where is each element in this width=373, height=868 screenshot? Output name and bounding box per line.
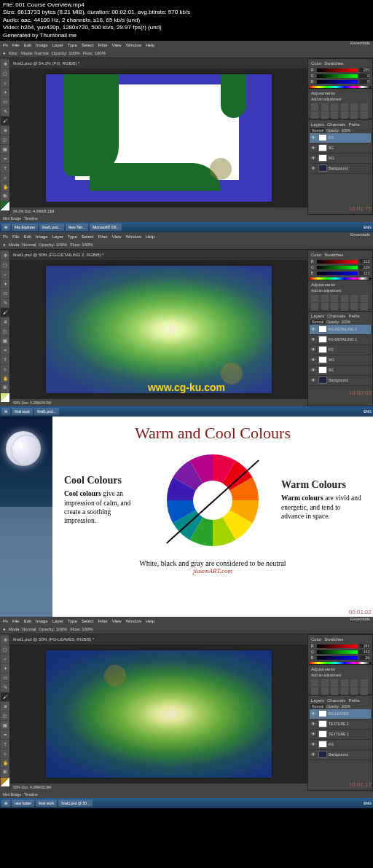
menu-window[interactable]: Window bbox=[126, 234, 141, 239]
menu-type[interactable]: Type bbox=[68, 43, 77, 47]
blend-mode-dropdown[interactable]: Normal bbox=[310, 128, 325, 133]
r-slider[interactable] bbox=[317, 260, 358, 264]
adj-icon[interactable] bbox=[331, 303, 338, 310]
menu-help[interactable]: Help bbox=[146, 619, 154, 623]
marquee-tool[interactable]: ▢ bbox=[1, 69, 9, 78]
pen-tool[interactable]: ✒ bbox=[1, 154, 9, 163]
taskbar-lang[interactable]: ENG bbox=[364, 409, 372, 414]
channels-tab[interactable]: Channels bbox=[327, 314, 345, 318]
adj-icon[interactable] bbox=[331, 295, 338, 302]
canvas-artwork[interactable] bbox=[46, 650, 272, 778]
document-tab[interactable]: final1.psd @ 54.2% (FG, RGB/8) * bbox=[10, 58, 307, 68]
wand-tool[interactable]: ✦ bbox=[1, 88, 9, 97]
visibility-icon[interactable]: 👁 bbox=[311, 368, 317, 372]
adj-icon[interactable] bbox=[350, 303, 358, 310]
paths-tab[interactable]: Paths bbox=[348, 314, 359, 318]
g-slider[interactable] bbox=[317, 74, 358, 78]
adj-hue-icon[interactable] bbox=[361, 103, 368, 111]
layer-thumb[interactable] bbox=[318, 741, 327, 748]
canvas-viewport[interactable] bbox=[10, 260, 307, 399]
hand-tool[interactable]: ✋ bbox=[1, 183, 9, 192]
gradient-tool[interactable]: ▦ bbox=[1, 145, 9, 154]
start-button[interactable]: ⊞ bbox=[1, 408, 10, 415]
pen-tool[interactable]: ✒ bbox=[1, 730, 9, 739]
adj-bw-icon[interactable] bbox=[311, 111, 318, 119]
adj-icon[interactable] bbox=[331, 687, 338, 695]
crop-tool[interactable]: ⊡ bbox=[1, 98, 9, 106]
g-slider[interactable] bbox=[317, 266, 358, 269]
visibility-icon[interactable]: 👁 bbox=[311, 166, 317, 170]
menu-image[interactable]: Image bbox=[36, 234, 48, 239]
layer-row[interactable]: 👁Background bbox=[310, 164, 371, 174]
b-value[interactable]: 0 bbox=[359, 79, 369, 84]
b-slider[interactable] bbox=[317, 80, 358, 84]
visibility-icon[interactable]: 👁 bbox=[311, 135, 317, 140]
zoom-tool[interactable]: 🔍 bbox=[1, 384, 9, 392]
menu-layer[interactable]: Layer bbox=[52, 43, 63, 47]
adj-icon[interactable] bbox=[321, 295, 329, 302]
adj-curves-icon[interactable] bbox=[331, 103, 338, 111]
brush-tool[interactable]: 🖌 bbox=[1, 308, 9, 317]
layer-thumb[interactable] bbox=[318, 165, 327, 172]
adj-poster-icon[interactable] bbox=[361, 111, 368, 119]
zoom-tool[interactable]: 🔍 bbox=[1, 768, 9, 777]
crop-tool[interactable]: ⊡ bbox=[1, 289, 9, 298]
visibility-icon[interactable]: 👁 bbox=[311, 358, 317, 362]
layer-thumb[interactable] bbox=[318, 356, 327, 363]
taskbar-item[interactable]: New Tab... bbox=[66, 224, 89, 231]
type-tool[interactable]: T bbox=[1, 355, 9, 364]
layer-thumb[interactable] bbox=[318, 366, 327, 374]
channels-tab[interactable]: Channels bbox=[327, 122, 345, 127]
menu-filter[interactable]: Filter bbox=[98, 43, 107, 47]
g-value[interactable]: 0 bbox=[359, 74, 369, 78]
menu-select[interactable]: Select bbox=[82, 234, 94, 239]
layer-row[interactable]: 👁TEXTURE 2 bbox=[310, 719, 371, 730]
adj-icon[interactable] bbox=[350, 679, 358, 687]
path-tool[interactable]: ▹ bbox=[1, 365, 9, 374]
canvas-artwork[interactable] bbox=[46, 266, 272, 393]
swatches-tab[interactable]: Swatches bbox=[324, 253, 343, 257]
adj-icon[interactable] bbox=[311, 295, 318, 302]
wand-tool[interactable]: ✦ bbox=[1, 280, 9, 288]
layer-thumb[interactable] bbox=[318, 134, 327, 141]
adj-invert-icon[interactable] bbox=[350, 111, 358, 119]
taskbar-item[interactable]: final1.psd @ 50... bbox=[58, 800, 93, 807]
adj-icon[interactable] bbox=[321, 303, 329, 310]
start-button[interactable]: ⊞ bbox=[1, 800, 10, 807]
paths-tab[interactable]: Paths bbox=[348, 698, 359, 703]
menu-select[interactable]: Select bbox=[82, 619, 94, 623]
visibility-icon[interactable]: 👁 bbox=[311, 337, 317, 342]
type-tool[interactable]: T bbox=[1, 164, 9, 173]
canvas-viewport[interactable] bbox=[10, 68, 307, 208]
taskbar-item[interactable]: final1.psd... bbox=[39, 224, 64, 231]
layer-row[interactable]: 👁FG bbox=[310, 133, 371, 143]
menu-view[interactable]: View bbox=[112, 234, 122, 239]
r-value[interactable]: 255 bbox=[359, 68, 369, 72]
b-slider[interactable] bbox=[317, 656, 358, 660]
stamp-tool[interactable]: ⊕ bbox=[1, 702, 9, 711]
layer-row[interactable]: 👁Background bbox=[310, 376, 371, 386]
type-tool[interactable]: T bbox=[1, 740, 9, 749]
menu-select[interactable]: Select bbox=[82, 43, 94, 47]
taskbar-item[interactable]: File Explorer bbox=[12, 224, 38, 231]
visibility-icon[interactable]: 👁 bbox=[311, 732, 317, 736]
adj-icon[interactable] bbox=[311, 687, 318, 695]
lasso-tool[interactable]: ⟉ bbox=[1, 655, 9, 663]
adj-icon[interactable] bbox=[341, 303, 348, 310]
lasso-tool[interactable]: ⟉ bbox=[1, 270, 9, 279]
crop-tool[interactable]: ⊡ bbox=[1, 674, 9, 682]
menu-filter[interactable]: Filter bbox=[98, 234, 107, 239]
adj-icon[interactable] bbox=[341, 687, 348, 695]
canvas-viewport[interactable] bbox=[10, 644, 307, 784]
workspace-switcher[interactable]: Essentials bbox=[350, 41, 370, 45]
layer-row[interactable]: 👁BG bbox=[310, 143, 371, 154]
color-tab[interactable]: Color bbox=[311, 637, 321, 642]
layers-tab[interactable]: Layers bbox=[311, 314, 324, 318]
layer-row[interactable]: 👁MG bbox=[310, 355, 371, 366]
layer-row[interactable]: 👁Background bbox=[310, 750, 371, 760]
mini-bridge[interactable]: Mini Bridge Timeline bbox=[0, 791, 373, 798]
visibility-icon[interactable]: 👁 bbox=[311, 752, 317, 757]
swatches-tab[interactable]: Swatches bbox=[324, 637, 343, 642]
wand-tool[interactable]: ✦ bbox=[1, 664, 9, 673]
adj-icon[interactable] bbox=[350, 295, 358, 302]
